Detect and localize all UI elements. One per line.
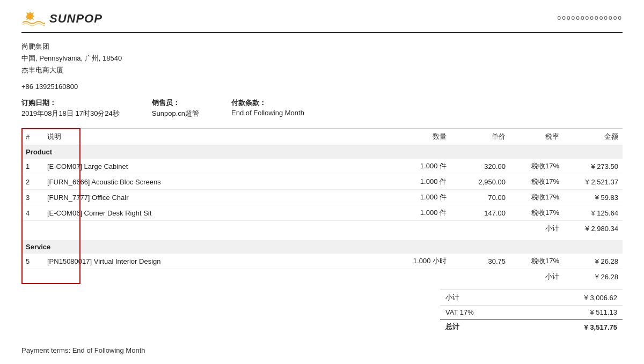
row-amount: ¥ 2,521.37: [564, 174, 623, 190]
logo-area: SUNPOP: [21, 11, 103, 27]
grand-total-label: 总计: [440, 320, 526, 335]
section-subtotal-value: ¥ 2,980.34: [564, 221, 623, 236]
col-header-num: #: [21, 129, 43, 145]
row-amount: ¥ 125.64: [564, 205, 623, 221]
row-num: 1: [21, 159, 43, 174]
vat-label: VAT 17%: [440, 306, 526, 320]
row-amount: ¥ 59.83: [564, 190, 623, 205]
section-subtotal-row: 小计 ¥ 2,980.34: [21, 221, 623, 236]
table-row: 1 [E-COM07] Large Cabinet 1.000 件 320.00…: [21, 159, 623, 174]
row-unit-price: 70.00: [451, 190, 510, 205]
row-tax: 税收17%: [510, 205, 564, 221]
row-qty: 1.000 件: [392, 159, 451, 174]
row-num: 5: [21, 254, 43, 269]
col-header-qty: 数量: [392, 129, 451, 145]
totals-table: 小计 ¥ 3,006.62 VAT 17% ¥ 511.13 总计 ¥ 3,51…: [440, 289, 623, 335]
row-unit-price: 2,950.00: [451, 174, 510, 190]
col-header-tax: 税率: [510, 129, 564, 145]
order-date-block: 订购日期： 2019年08月18日 17时30分24秒: [21, 98, 120, 118]
vat-row: VAT 17% ¥ 511.13: [440, 306, 623, 320]
svg-line-9: [27, 18, 28, 19]
subtotal-label: 小计: [440, 290, 526, 306]
row-qty: 1.000 件: [392, 190, 451, 205]
section-subtotal-label: 小计: [21, 221, 564, 236]
company-address1: 中国, Pennsylvania, 广州, 18540: [21, 53, 623, 64]
row-desc: [FURN_7777] Office Chair: [43, 190, 392, 205]
row-amount: ¥ 273.50: [564, 159, 623, 174]
row-tax: 税收17%: [510, 254, 564, 269]
row-unit-price: 30.75: [451, 254, 510, 269]
payment-terms-value: End of Following Month: [231, 109, 304, 117]
row-qty: 1.000 小时: [392, 254, 451, 269]
row-qty: 1.000 件: [392, 174, 451, 190]
salesperson-value: Sunpop.cn超管: [152, 109, 199, 118]
row-num: 3: [21, 190, 43, 205]
company-address2: 杰丰电商大厦: [21, 64, 623, 76]
logo-text: SUNPOP: [49, 12, 103, 26]
table-row: 5 [PN15080017] Virtual Interior Design 1…: [21, 254, 623, 269]
row-amount: ¥ 26.28: [564, 254, 623, 269]
salesperson-label: 销售员：: [152, 99, 180, 107]
invoice-table: # 说明 数量 单价 税率 金额 Product 1 [E-COM07] Lar…: [21, 128, 623, 284]
grand-total-value: ¥ 3,517.75: [526, 320, 623, 335]
col-header-desc: 说明: [43, 129, 392, 145]
salesperson-block: 销售员： Sunpop.cn超管: [152, 98, 199, 118]
payment-terms-block: 付款条款： End of Following Month: [231, 98, 304, 118]
subtotal-row: 小计 ¥ 3,006.62: [440, 290, 623, 306]
col-header-unit-price: 单价: [451, 129, 510, 145]
vat-value: ¥ 511.13: [526, 306, 623, 320]
invoice-section: # 说明 数量 单价 税率 金额 Product 1 [E-COM07] Lar…: [21, 128, 623, 284]
svg-line-7: [32, 18, 33, 19]
svg-line-8: [32, 13, 33, 14]
row-unit-price: 320.00: [451, 159, 510, 174]
order-meta: 订购日期： 2019年08月18日 17时30分24秒 销售员： Sunpop.…: [21, 98, 623, 118]
document-id: oooooooooooooo: [558, 14, 623, 21]
section-subtotal-value: ¥ 26.28: [564, 269, 623, 285]
table-header-row: # 说明 数量 单价 税率 金额: [21, 129, 623, 145]
sunpop-logo-icon: [21, 11, 45, 27]
row-num: 2: [21, 174, 43, 190]
page-header: SUNPOP oooooooooooooo: [21, 11, 623, 33]
grand-total-row: 总计 ¥ 3,517.75: [440, 320, 623, 335]
section-label: Service: [21, 240, 623, 254]
company-info: 尚鹏集团 中国, Pennsylvania, 广州, 18540 杰丰电商大厦: [21, 41, 623, 76]
row-tax: 税收17%: [510, 159, 564, 174]
table-row: 4 [E-COM06] Corner Desk Right Sit 1.000 …: [21, 205, 623, 221]
section-header-row: Service: [21, 240, 623, 254]
table-row: 3 [FURN_7777] Office Chair 1.000 件 70.00…: [21, 190, 623, 205]
section-label: Product: [21, 145, 623, 159]
row-unit-price: 147.00: [451, 205, 510, 221]
order-date-value: 2019年08月18日 17时30分24秒: [21, 109, 120, 118]
row-desc: [E-COM07] Large Cabinet: [43, 159, 392, 174]
col-header-amount: 金额: [564, 129, 623, 145]
section-header-row: Product: [21, 145, 623, 159]
row-qty: 1.000 件: [392, 205, 451, 221]
row-desc: [PN15080017] Virtual Interior Design: [43, 254, 392, 269]
subtotal-value: ¥ 3,006.62: [526, 290, 623, 306]
order-date-label: 订购日期：: [21, 99, 56, 107]
footer-payment-terms: Payment terms: End of Following Month: [21, 346, 623, 354]
row-tax: 税收17%: [510, 174, 564, 190]
section-subtotal-row: 小计 ¥ 26.28: [21, 269, 623, 285]
company-phone: +86 13925160800: [21, 83, 623, 91]
totals-section: 小计 ¥ 3,006.62 VAT 17% ¥ 511.13 总计 ¥ 3,51…: [21, 289, 623, 335]
row-tax: 税收17%: [510, 190, 564, 205]
row-desc: [E-COM06] Corner Desk Right Sit: [43, 205, 392, 221]
payment-terms-label: 付款条款：: [231, 99, 266, 107]
section-subtotal-label: 小计: [21, 269, 564, 285]
table-row: 2 [FURN_6666] Acoustic Bloc Screens 1.00…: [21, 174, 623, 190]
company-name: 尚鹏集团: [21, 41, 623, 53]
svg-line-6: [27, 13, 28, 14]
row-num: 4: [21, 205, 43, 221]
row-desc: [FURN_6666] Acoustic Bloc Screens: [43, 174, 392, 190]
